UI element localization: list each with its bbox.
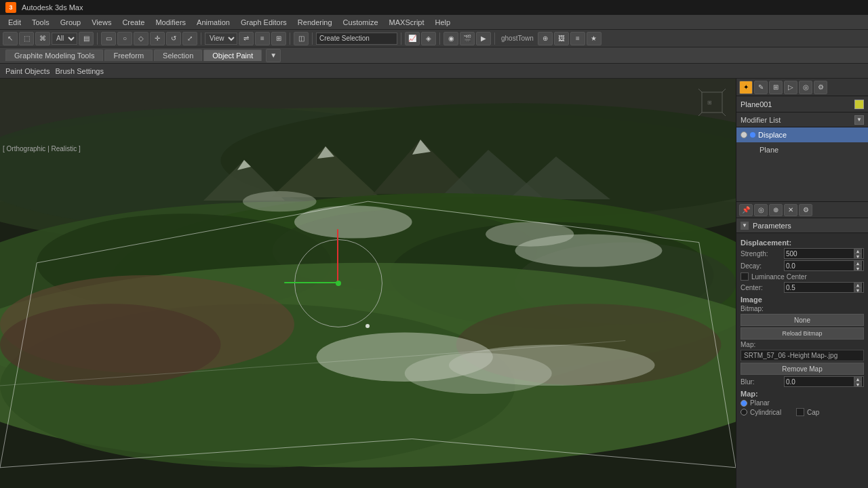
tab-object-paint[interactable]: Object Paint — [203, 49, 262, 61]
modifier-item-displace[interactable]: Displace — [736, 127, 868, 142]
remove-map-btn[interactable]: Remove Map — [741, 363, 864, 375]
toolbar2-extra-btn[interactable]: ▼ — [266, 49, 281, 62]
net-render-btn[interactable]: ⊕ — [538, 32, 553, 45]
extra-btn1[interactable]: ≡ — [570, 32, 585, 45]
center-up-btn[interactable]: ▲ — [854, 282, 862, 287]
curve-editor-btn[interactable]: 📈 — [405, 32, 420, 45]
strength-input[interactable]: 500 ▲ ▼ — [784, 248, 864, 259]
toolbar-sep4 — [312, 33, 313, 45]
show-result-btn[interactable]: ◎ — [754, 204, 768, 216]
cylindrical-radio-row: Cylindrical Cap — [741, 408, 864, 416]
strength-down-btn[interactable]: ▼ — [854, 253, 862, 259]
menu-edit[interactable]: Edit — [3, 17, 26, 28]
move-tool-btn[interactable]: ✛ — [150, 32, 165, 45]
make-unique-btn[interactable]: ⊕ — [769, 204, 783, 216]
render-btn[interactable]: ▶ — [476, 32, 491, 45]
tab-freeform[interactable]: Freeform — [104, 49, 153, 61]
title-bar-text: Autodesk 3ds Max — [22, 3, 83, 12]
blur-down-btn[interactable]: ▼ — [854, 382, 862, 387]
display-panel-btn[interactable]: ◎ — [799, 81, 812, 94]
reload-bitmap-btn[interactable]: Reload Bitmap — [741, 327, 864, 340]
cylindrical-radio[interactable] — [741, 409, 747, 415]
select-filter-dropdown[interactable]: All — [52, 33, 77, 45]
brush-settings-btn[interactable]: Brush Settings — [55, 67, 104, 75]
decay-input[interactable]: 0.0 ▲ ▼ — [784, 260, 864, 271]
menu-rendering[interactable]: Rendering — [292, 17, 338, 28]
modify-panel-btn[interactable]: ✎ — [754, 81, 768, 94]
menu-graph-editors[interactable]: Graph Editors — [235, 17, 292, 28]
pin-stack-btn[interactable]: 📌 — [739, 204, 753, 216]
viewport[interactable]: [ Orthographic | Realistic ] ⊞ — [0, 79, 736, 488]
named-selection-input[interactable] — [316, 33, 397, 45]
menu-help[interactable]: Help — [430, 17, 456, 28]
main-area: [ Orthographic | Realistic ] ⊞ ✦ ✎ ⊞ ▷ ◎… — [0, 79, 868, 488]
title-bar: 3 Autodesk 3ds Max — [0, 0, 868, 15]
cap-label: Cap — [807, 409, 848, 416]
params-content: Displacement: Strength: 500 ▲ ▼ Decay: 0… — [736, 233, 868, 420]
decay-down-btn[interactable]: ▼ — [854, 266, 862, 271]
configure-btn[interactable]: ⚙ — [799, 204, 812, 216]
menu-bar: Edit Tools Group Views Create Modifiers … — [0, 15, 868, 30]
schematic-btn[interactable]: ◈ — [421, 32, 436, 45]
luminance-center-label: Luminance Center — [751, 273, 807, 281]
menu-customize[interactable]: Customize — [338, 17, 384, 28]
planar-radio[interactable] — [741, 400, 747, 407]
modifier-item-plane[interactable]: Plane — [736, 142, 868, 157]
image-section-title: Image — [741, 296, 864, 304]
decay-up-btn[interactable]: ▲ — [854, 260, 862, 266]
modifier-visibility-toggle[interactable] — [741, 131, 747, 138]
layer-mgr-btn[interactable]: ◫ — [294, 32, 309, 45]
strength-spinner: ▲ ▼ — [854, 248, 862, 259]
blur-up-btn[interactable]: ▲ — [854, 376, 862, 382]
circle-select-btn[interactable]: ○ — [117, 32, 132, 45]
center-down-btn[interactable]: ▼ — [854, 287, 862, 293]
svg-line-40 — [698, 89, 702, 92]
select-by-name-btn[interactable]: ▤ — [79, 32, 94, 45]
scale-tool-btn[interactable]: ⤢ — [182, 32, 197, 45]
select-tool-btn[interactable]: ↖ — [3, 32, 18, 45]
menu-views[interactable]: Views — [86, 17, 117, 28]
object-color-swatch[interactable] — [854, 100, 864, 109]
create-panel-btn[interactable]: ✦ — [739, 81, 753, 94]
view-dropdown[interactable]: View — [205, 33, 237, 45]
material-editor-btn[interactable]: ◉ — [443, 32, 458, 45]
menu-modifiers[interactable]: Modifiers — [150, 17, 191, 28]
luminance-center-checkbox[interactable] — [741, 272, 749, 281]
menu-animation[interactable]: Animation — [191, 17, 235, 28]
object-name-text: Plane001 — [741, 100, 852, 108]
align-btn[interactable]: ≡ — [255, 32, 270, 45]
fence-select-btn[interactable]: ◇ — [134, 32, 149, 45]
hierarchy-panel-btn[interactable]: ⊞ — [769, 81, 783, 94]
utilities-panel-btn[interactable]: ⚙ — [814, 81, 827, 94]
rotate-tool-btn[interactable]: ↺ — [166, 32, 181, 45]
menu-tools[interactable]: Tools — [26, 17, 55, 28]
toolbar-sep1 — [97, 33, 98, 45]
params-collapse-btn[interactable]: ▼ — [741, 222, 749, 230]
rect-select-btn[interactable]: ▭ — [101, 32, 116, 45]
center-input[interactable]: 0.5 ▲ ▼ — [784, 282, 864, 293]
motion-panel-btn[interactable]: ▷ — [784, 81, 797, 94]
select-lasso-btn[interactable]: ⌘ — [35, 32, 50, 45]
menu-maxscript[interactable]: MAXScript — [384, 17, 430, 28]
render-frame-btn[interactable]: 🖼 — [554, 32, 569, 45]
map2-section-title: Map: — [741, 390, 864, 398]
extra-btn2[interactable]: ★ — [587, 32, 601, 45]
tab-graphite-modeling[interactable]: Graphite Modeling Tools — [5, 49, 103, 61]
menu-group[interactable]: Group — [55, 17, 87, 28]
render-setup-btn[interactable]: 🎬 — [460, 32, 475, 45]
paint-toolbar: Paint Objects Brush Settings — [0, 64, 868, 79]
select-region-btn[interactable]: ⬚ — [19, 32, 34, 45]
cap-checkbox[interactable] — [796, 408, 804, 416]
remove-modifier-btn[interactable]: ✕ — [784, 204, 797, 216]
none-btn[interactable]: None — [741, 314, 864, 326]
mirror-btn[interactable]: ⇌ — [239, 32, 254, 45]
menu-create[interactable]: Create — [117, 17, 150, 28]
modifier-list-dropdown[interactable]: ▼ — [854, 115, 864, 125]
strength-up-btn[interactable]: ▲ — [854, 248, 862, 253]
blur-input[interactable]: 0.0 ▲ ▼ — [784, 376, 864, 387]
tab-selection[interactable]: Selection — [154, 49, 202, 61]
snap-toggle-btn[interactable]: ⊞ — [271, 32, 286, 45]
paint-objects-btn[interactable]: Paint Objects — [5, 67, 50, 75]
bitmap-label: Bitmap: — [741, 305, 781, 312]
transform-gizmo[interactable] — [294, 239, 382, 327]
